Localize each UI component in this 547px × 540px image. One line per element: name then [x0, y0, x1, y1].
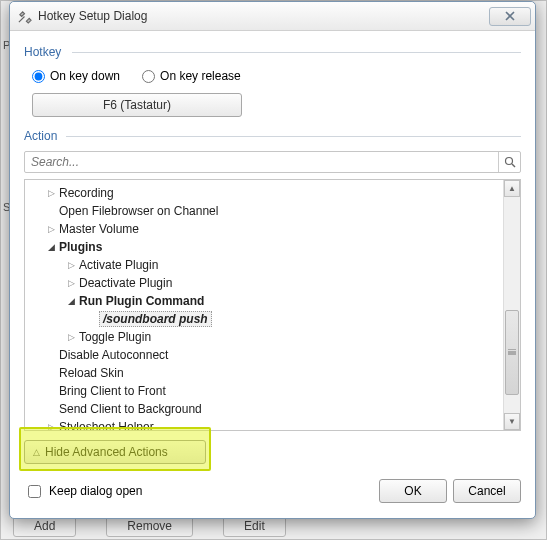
keep-dialog-open-input[interactable]: [28, 485, 41, 498]
collapse-icon[interactable]: ◢: [65, 297, 77, 306]
tree-item[interactable]: Reload Skin: [27, 364, 501, 382]
tree-item-label: Plugins: [59, 240, 102, 254]
tree-item-label: Deactivate Plugin: [79, 276, 172, 290]
tree-item-label: Toggle Plugin: [79, 330, 151, 344]
tree-item[interactable]: ▷Activate Plugin: [27, 256, 501, 274]
close-button[interactable]: [489, 7, 531, 26]
tree-item-label: Activate Plugin: [79, 258, 158, 272]
radio-on-key-down-label: On key down: [50, 69, 120, 83]
tree-item[interactable]: Disable Autoconnect: [27, 346, 501, 364]
ok-button[interactable]: OK: [379, 479, 447, 503]
radio-on-key-down[interactable]: On key down: [32, 69, 120, 83]
vertical-scrollbar[interactable]: ▲ ▼: [503, 180, 520, 430]
tree-item-label: /soundboard push: [99, 311, 212, 327]
radio-on-key-release-input[interactable]: [142, 70, 155, 83]
hotkey-assign-button[interactable]: F6 (Tastatur): [32, 93, 242, 117]
expand-icon[interactable]: ▷: [45, 423, 57, 432]
radio-on-key-release[interactable]: On key release: [142, 69, 241, 83]
svg-point-0: [505, 158, 512, 165]
action-section-label: Action: [24, 129, 521, 143]
tree-item-label: Open Filebrowser on Channel: [59, 204, 218, 218]
tree-item[interactable]: ▷Recording: [27, 184, 501, 202]
tree-item-label: Bring Client to Front: [59, 384, 166, 398]
tree-item[interactable]: ◢Plugins: [27, 238, 501, 256]
tree-item[interactable]: Bring Client to Front: [27, 382, 501, 400]
chevron-up-icon: △: [33, 447, 40, 457]
keep-dialog-open-label: Keep dialog open: [49, 484, 142, 498]
tools-icon: [16, 8, 32, 24]
expand-icon[interactable]: ▷: [45, 225, 57, 234]
expand-icon[interactable]: ▷: [65, 333, 77, 342]
titlebar[interactable]: Hotkey Setup Dialog: [10, 2, 535, 31]
scroll-up-button[interactable]: ▲: [504, 180, 520, 197]
toggle-advanced-actions-label: Hide Advanced Actions: [45, 445, 168, 459]
hotkey-section-label: Hotkey: [24, 45, 521, 59]
tree-item[interactable]: Open Filebrowser on Channel: [27, 202, 501, 220]
radio-on-key-release-label: On key release: [160, 69, 241, 83]
keep-dialog-open-checkbox[interactable]: Keep dialog open: [24, 482, 142, 501]
expand-icon[interactable]: ▷: [65, 261, 77, 270]
scrollbar-thumb[interactable]: [505, 310, 519, 395]
dialog-title: Hotkey Setup Dialog: [38, 9, 147, 23]
tree-item[interactable]: ▷Toggle Plugin: [27, 328, 501, 346]
tree-item-label: Disable Autoconnect: [59, 348, 168, 362]
tree-item-label: Send Client to Background: [59, 402, 202, 416]
scroll-down-button[interactable]: ▼: [504, 413, 520, 430]
tree-item-label: Master Volume: [59, 222, 139, 236]
tree-item[interactable]: ▷Stylesheet Helper: [27, 418, 501, 431]
expand-icon[interactable]: ▷: [45, 189, 57, 198]
search-input[interactable]: [25, 155, 498, 169]
expand-icon[interactable]: ▷: [65, 279, 77, 288]
tree-item[interactable]: ◢Run Plugin Command: [27, 292, 501, 310]
search-button[interactable]: [498, 152, 520, 172]
search-icon: [504, 156, 516, 168]
cancel-button[interactable]: Cancel: [453, 479, 521, 503]
close-icon: [505, 11, 515, 21]
tree-item[interactable]: ▷Master Volume: [27, 220, 501, 238]
tree-item[interactable]: Send Client to Background: [27, 400, 501, 418]
action-tree: ▷RecordingOpen Filebrowser on Channel▷Ma…: [24, 179, 521, 431]
hotkey-setup-dialog: Hotkey Setup Dialog Hotkey On key down O…: [9, 1, 536, 519]
tree-item-label: Recording: [59, 186, 114, 200]
tree-item-label: Run Plugin Command: [79, 294, 204, 308]
toggle-advanced-actions-button[interactable]: △ Hide Advanced Actions: [24, 440, 206, 464]
hotkey-assign-label: F6 (Tastatur): [103, 98, 171, 112]
radio-on-key-down-input[interactable]: [32, 70, 45, 83]
tree-item-label: Stylesheet Helper: [59, 420, 154, 431]
tree-item-label: Reload Skin: [59, 366, 124, 380]
tree-item[interactable]: /soundboard push: [27, 310, 501, 328]
collapse-icon[interactable]: ◢: [45, 243, 57, 252]
action-search-row: [24, 151, 521, 173]
tree-item[interactable]: ▷Deactivate Plugin: [27, 274, 501, 292]
